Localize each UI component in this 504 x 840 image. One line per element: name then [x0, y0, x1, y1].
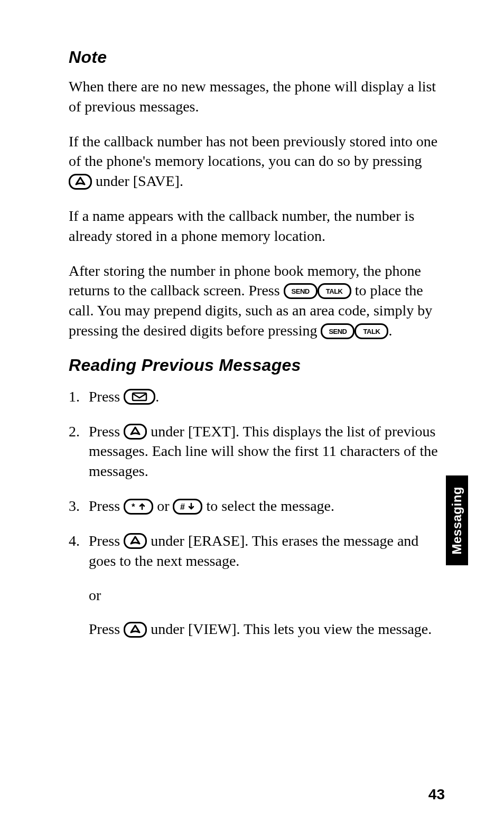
up-key-icon: [124, 424, 147, 440]
up-key-icon: [124, 533, 147, 549]
step-4-alt: Press under [VIEW]. This lets you view t…: [89, 619, 446, 639]
hash-down-key-icon: #: [173, 499, 202, 515]
paragraph-2: If the callback number has not been prev…: [69, 132, 446, 191]
talk-key-icon: TALK: [318, 283, 351, 299]
step-3: Press * or # to select the message.: [69, 496, 446, 516]
paragraph-4: After storing the number in phone book m…: [69, 261, 446, 341]
s4-text-a: Press: [89, 533, 124, 549]
envelope-key-icon: [124, 389, 155, 405]
s2-text-a: Press: [89, 423, 124, 440]
s3-text-a: Press: [89, 498, 124, 514]
section-tab-label: Messaging: [450, 487, 464, 555]
up-key-icon: [124, 622, 147, 638]
up-key-icon: [69, 174, 92, 190]
step-4: Press under [ERASE]. This erases the mes…: [69, 531, 446, 571]
section-heading: Reading Previous Messages: [69, 356, 446, 375]
step-4-or: or: [89, 585, 446, 605]
svg-text:#: #: [180, 502, 185, 511]
step-2: Press under [TEXT]. This displays the li…: [69, 422, 446, 481]
s1-text-a: Press: [89, 388, 124, 405]
p2-text-b: under [SAVE].: [92, 173, 183, 189]
section-tab: Messaging: [446, 475, 468, 565]
s3-text-c: to select the message.: [202, 498, 334, 514]
note-heading: Note: [69, 48, 446, 67]
s1-text-b: .: [155, 388, 159, 405]
step-1: Press .: [69, 387, 446, 407]
p2-text-a: If the callback number has not been prev…: [69, 133, 437, 170]
paragraph-3: If a name appears with the callback numb…: [69, 206, 446, 246]
send-key-icon: SEND: [284, 283, 318, 299]
star-up-key-icon: *: [124, 499, 153, 515]
paragraph-1: When there are no new messages, the phon…: [69, 77, 446, 117]
page-number: 43: [428, 786, 445, 803]
svg-text:*: *: [132, 502, 135, 512]
s4-text-d: under [VIEW]. This lets you view the mes…: [147, 621, 432, 637]
send-key-icon: SEND: [321, 323, 354, 339]
p4-text-c: .: [388, 322, 392, 339]
s3-text-b: or: [153, 498, 173, 514]
s4-text-c: Press: [89, 621, 124, 637]
steps-list: Press . Press under [TEXT]. This display…: [69, 387, 446, 571]
talk-key-icon: TALK: [354, 323, 388, 339]
